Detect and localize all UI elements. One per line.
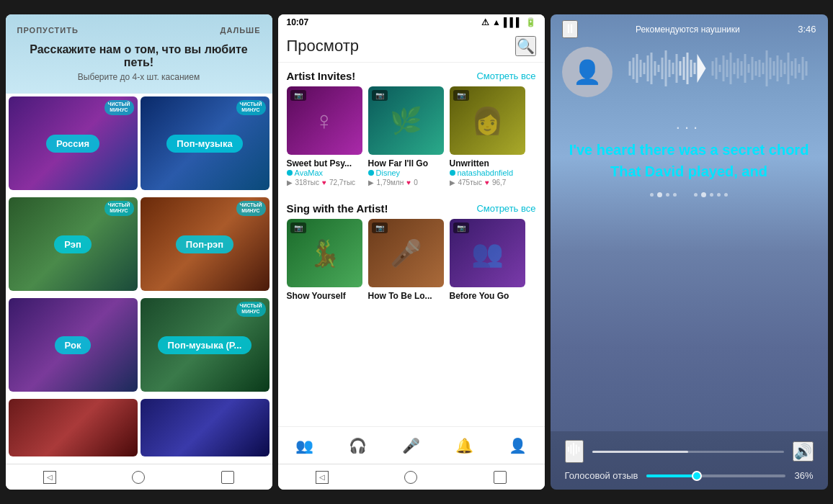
genre-label-russia: Россия xyxy=(46,135,99,153)
rating-slider[interactable] xyxy=(646,474,785,477)
warning-icon: ⚠ xyxy=(481,17,489,27)
mic-control-button[interactable] xyxy=(565,440,584,463)
card-unwritten[interactable]: 👩 📷 Unwritten natashabdnfield ▶ 475тыс ♥… xyxy=(450,86,525,186)
screen2-browse: 10:07 ⚠ ▲ ▌▌▌ 🔋 Просмотр 🔍 Artist Invite… xyxy=(278,14,545,490)
screen2-home-button[interactable] xyxy=(404,471,417,484)
play-icon-3: ▶ xyxy=(450,179,455,186)
back-button[interactable] xyxy=(43,471,56,484)
screen1-subtitle: Выберите до 4-х шт. касанием xyxy=(17,72,261,82)
svg-rect-1 xyxy=(632,58,634,79)
dot5 xyxy=(694,193,698,197)
card-thumb-unwritten: 👩 📷 xyxy=(450,86,525,155)
card-stats-1: ▶ 318тыс ♥ 72,7тыс xyxy=(287,179,362,186)
card-thumb-how-far: 🌿 📷 xyxy=(368,86,444,155)
player-avatar-section: 👤 xyxy=(551,41,828,103)
card-thumb-sweet-psy: ♀ 📷 xyxy=(287,86,362,155)
genre-misc2[interactable] xyxy=(141,399,270,456)
genre-rap[interactable]: ЧИСТЫЙМИНУС Рэп xyxy=(9,197,138,291)
upcoming-dots-left xyxy=(650,192,677,197)
svg-rect-29 xyxy=(744,54,746,83)
volume-fill xyxy=(592,451,688,453)
svg-rect-2 xyxy=(636,54,638,83)
genre-label-pop-rap: Поп-рэп xyxy=(176,235,233,253)
nav-headphones[interactable]: 🎧 xyxy=(343,434,373,457)
svg-rect-8 xyxy=(657,65,659,72)
nav-user[interactable]: 👤 xyxy=(503,434,533,457)
sing-artist-see-all[interactable]: Смотреть все xyxy=(476,203,535,214)
bell-icon: 🔔 xyxy=(455,437,473,454)
nav-mic[interactable]: 🎤 xyxy=(396,434,426,457)
avatar-icon: 👤 xyxy=(573,58,602,86)
card-artist-3: natashabdnfield xyxy=(450,168,525,177)
mic-waveform-icon xyxy=(566,441,582,457)
svg-rect-0 xyxy=(628,61,631,76)
svg-rect-43 xyxy=(794,58,796,78)
volume-button[interactable]: 🔊 xyxy=(793,441,814,462)
svg-rect-30 xyxy=(747,64,749,73)
card-how-far[interactable]: 🌿 📷 How Far I'll Go Disney ▶ 1,79млн ♥ 0 xyxy=(368,86,444,186)
svg-rect-28 xyxy=(740,61,742,76)
browse-content[interactable]: Artist Invites! Смотреть все ♀ 📷 Sweet b… xyxy=(278,63,545,426)
genres-grid: ЧИСТЫЙМИНУС Россия ЧИСТЫЙМИНУС Поп-музык… xyxy=(6,94,272,464)
genre-pop-rap[interactable]: ЧИСТЫЙМИНУС Поп-рэп xyxy=(141,197,270,291)
browse-header-title: Просмотр xyxy=(287,37,359,55)
svg-rect-13 xyxy=(675,54,677,83)
genre-pop-music2[interactable]: ЧИСТЫЙМИНУС Поп-музыка (Р... xyxy=(141,298,270,392)
dot9 xyxy=(724,193,728,197)
next-button[interactable]: ДАЛЬШЕ xyxy=(220,23,261,37)
svg-rect-40 xyxy=(783,63,785,74)
skip-button[interactable]: ПРОПУСТИТЬ xyxy=(17,23,79,37)
video-icon-1: 📷 xyxy=(290,90,306,101)
svg-rect-24 xyxy=(726,60,728,77)
svg-rect-23 xyxy=(722,55,724,81)
svg-rect-3 xyxy=(639,60,641,77)
sing-artist-cards: 💃 📷 Show Yourself 🎤 📷 How To Be Lo... 👥 xyxy=(278,219,545,310)
genre-misc1[interactable] xyxy=(9,399,138,456)
card-title-6: Before You Go xyxy=(450,291,525,301)
nav-discover[interactable]: 👥 xyxy=(290,434,319,457)
genre-pop[interactable]: ЧИСТЫЙМИНУС Поп-музыка xyxy=(141,96,270,190)
screen2-phone-nav xyxy=(278,464,545,490)
card-stats-2: ▶ 1,79млн ♥ 0 xyxy=(368,179,444,186)
rating-row: Голосовой отзыв 36% xyxy=(565,470,814,481)
player-controls-bottom: 🔊 Голосовой отзыв 36% xyxy=(551,431,828,490)
play-icon-1: ▶ xyxy=(287,179,293,186)
svg-rect-47 xyxy=(567,446,569,451)
card-how-to-be[interactable]: 🎤 📷 How To Be Lo... xyxy=(368,219,444,301)
genre-label-pop-music2: Поп-музыка (Р... xyxy=(158,336,252,354)
genre-label-pop: Поп-музыка xyxy=(166,135,242,153)
svg-rect-31 xyxy=(751,57,753,80)
heart-icon-2: ♥ xyxy=(406,179,411,186)
pause-button[interactable]: ⏸ xyxy=(562,20,578,38)
search-button[interactable]: 🔍 xyxy=(515,36,536,56)
screen3-player: ⏸ Рекомендуются наушники 3:46 👤 xyxy=(551,14,828,490)
recents-button[interactable] xyxy=(221,471,234,484)
card-before-you-go[interactable]: 👥 📷 Before You Go xyxy=(450,219,525,301)
artist-dot-1 xyxy=(287,170,293,176)
volume-bar[interactable] xyxy=(592,451,784,453)
svg-rect-51 xyxy=(578,446,579,451)
genre-russia[interactable]: ЧИСТЫЙМИНУС Россия xyxy=(9,96,138,190)
svg-rect-15 xyxy=(682,57,685,80)
artist-invites-see-all[interactable]: Смотреть все xyxy=(476,71,535,81)
bottom-nav: 👥 🎧 🎤 🔔 👤 xyxy=(278,426,545,464)
video-icon-5: 📷 xyxy=(372,222,388,233)
svg-rect-22 xyxy=(718,65,721,72)
screen2-back-button[interactable] xyxy=(316,471,329,484)
user-icon: 👤 xyxy=(509,437,527,454)
lyrics-area: ... I've heard there was a secret chord … xyxy=(551,103,828,209)
card-show-yourself[interactable]: 💃 📷 Show Yourself xyxy=(287,219,362,301)
card-thumb-show-yourself: 💃 📷 xyxy=(287,219,362,287)
status-icons: ⚠ ▲ ▌▌▌ 🔋 xyxy=(481,17,535,27)
screen1-phone-nav xyxy=(6,464,272,490)
nav-bell[interactable]: 🔔 xyxy=(450,434,479,457)
card-artist-2: Disney xyxy=(368,168,444,177)
svg-rect-45 xyxy=(801,57,803,80)
screen2-recents-button[interactable] xyxy=(494,471,507,484)
video-icon-2: 📷 xyxy=(372,90,388,101)
card-sweet-psy[interactable]: ♀ 📷 Sweet but Psy... AvaMax ▶ 318тыс ♥ 7… xyxy=(287,86,362,186)
genre-rock[interactable]: Рок xyxy=(9,298,138,392)
waveform-area[interactable] xyxy=(621,47,816,97)
card-stats-3: ▶ 475тыс ♥ 96,7 xyxy=(450,179,525,186)
home-button[interactable] xyxy=(132,471,145,484)
